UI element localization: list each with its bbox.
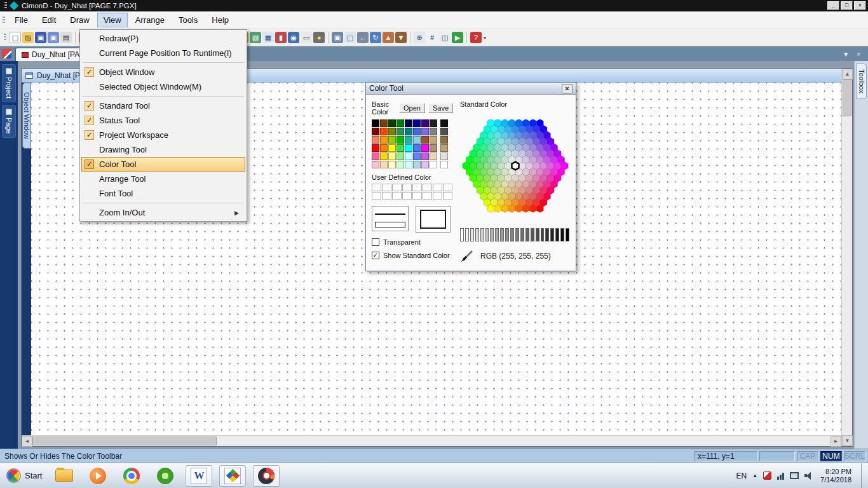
basic-color-swatch[interactable] xyxy=(380,119,388,127)
horizontal-scroll-track[interactable] xyxy=(217,436,831,446)
help-icon[interactable]: ? xyxy=(470,32,482,43)
color-tool-close-button[interactable]: × xyxy=(562,84,573,93)
basic-color-swatch[interactable] xyxy=(430,152,437,160)
open-page-icon[interactable]: ▨ xyxy=(22,32,34,43)
minimize-button[interactable]: _ xyxy=(827,1,839,10)
basic-color-swatch[interactable] xyxy=(388,128,396,135)
user-color-swatch[interactable] xyxy=(412,184,422,191)
view-menu-item-standard-tool[interactable]: ✓Standard Tool xyxy=(81,98,245,113)
view-menu-item-project-workspace[interactable]: ✓Project Workspace xyxy=(81,128,245,142)
basic-color-swatch[interactable] xyxy=(388,136,396,144)
restore-button[interactable]: □ xyxy=(841,1,853,10)
menu-view[interactable]: View xyxy=(97,13,128,27)
horizontal-scrollbar[interactable]: ◄ ► xyxy=(22,435,841,446)
gauge-icon[interactable]: ◉ xyxy=(288,32,299,43)
basic-color-swatch[interactable] xyxy=(397,144,404,152)
scroll-left-icon[interactable]: ◄ xyxy=(22,436,32,447)
network-icon[interactable] xyxy=(777,472,784,480)
basic-color-swatch[interactable] xyxy=(430,136,437,144)
vertical-scroll-thumb[interactable] xyxy=(843,79,851,116)
view-menu-item-object-window[interactable]: ✓Object Window xyxy=(81,65,245,79)
view-menu-item-redraw-p[interactable]: Redraw(P) xyxy=(81,31,245,46)
taskbar-dark-browser[interactable] xyxy=(253,465,280,487)
user-color-swatch[interactable] xyxy=(372,184,381,191)
basic-color-swatch[interactable] xyxy=(405,144,412,152)
basic-color-swatch[interactable] xyxy=(372,144,379,152)
basic-color-swatch[interactable] xyxy=(421,136,429,144)
user-color-swatch[interactable] xyxy=(443,192,452,200)
order-back-icon[interactable]: ▼ xyxy=(395,32,407,43)
menu-help[interactable]: Help xyxy=(205,13,235,27)
user-color-swatch[interactable] xyxy=(392,184,402,191)
basic-color-swatch[interactable] xyxy=(421,161,429,168)
basic-color-swatch[interactable] xyxy=(430,119,437,127)
image-icon[interactable]: ▧ xyxy=(250,32,261,43)
view-menu-item-drawing-tool[interactable]: Drawing Tool xyxy=(81,142,245,157)
taskbar-green-app[interactable] xyxy=(152,465,179,487)
sidebar-tab-project[interactable]: Project xyxy=(2,64,16,102)
view-menu-item-color-tool[interactable]: ✓Color Tool xyxy=(81,157,245,172)
user-color-swatch[interactable] xyxy=(433,192,442,200)
basic-color-swatch[interactable] xyxy=(413,161,421,168)
basic-color-swatch[interactable] xyxy=(380,128,388,135)
basic-color-swatch[interactable] xyxy=(413,128,421,135)
display-icon[interactable] xyxy=(790,472,799,479)
zoom-icon[interactable]: ⊕ xyxy=(414,32,425,43)
basic-color-swatch[interactable] xyxy=(413,144,421,152)
taskbar-word[interactable]: W xyxy=(186,465,212,487)
volume-icon[interactable] xyxy=(804,471,813,480)
ungroup-icon[interactable]: ▢ xyxy=(344,32,356,43)
close-button[interactable]: × xyxy=(854,1,866,10)
toolbox-tab[interactable]: Toolbox xyxy=(856,64,867,99)
runtime-start-icon[interactable]: ▶ xyxy=(452,32,463,43)
table-icon[interactable]: ▦ xyxy=(262,32,274,43)
view-menu-item-selected-object-window-m[interactable]: Selected Object Window(M) xyxy=(81,79,245,94)
button-object-icon[interactable]: ▭ xyxy=(301,32,312,43)
basic-color-swatch[interactable] xyxy=(397,136,404,144)
view-menu-item-arrange-tool[interactable]: Arrange Tool xyxy=(81,172,245,186)
preview-icon[interactable]: ◫ xyxy=(439,32,451,43)
hidden-icons-icon[interactable]: ▲ xyxy=(752,473,757,478)
group-icon[interactable]: ▣ xyxy=(332,32,343,43)
basic-color-swatch[interactable] xyxy=(397,119,404,127)
user-color-swatch[interactable] xyxy=(443,184,452,191)
view-menu-item-font-tool[interactable]: Font Tool xyxy=(81,186,245,201)
basic-color-swatch[interactable] xyxy=(405,161,412,168)
basic-gray-swatch[interactable] xyxy=(440,144,448,152)
basic-color-swatch[interactable] xyxy=(413,136,421,144)
basic-color-swatch[interactable] xyxy=(430,161,437,168)
user-color-swatch[interactable] xyxy=(433,184,442,191)
lamp-icon[interactable]: ● xyxy=(313,32,325,43)
new-page-icon[interactable]: ▢ xyxy=(10,32,21,43)
basic-color-swatch[interactable] xyxy=(372,152,379,160)
chart-icon[interactable]: ▮ xyxy=(275,32,287,43)
basic-color-swatch[interactable] xyxy=(421,152,429,160)
eyedropper-icon[interactable] xyxy=(460,249,474,263)
basic-color-swatch[interactable] xyxy=(405,119,412,127)
basic-color-swatch[interactable] xyxy=(388,152,396,160)
sidebar-tab-page[interactable]: Page xyxy=(2,105,16,138)
taskbar-chrome[interactable] xyxy=(118,465,145,487)
save-icon[interactable]: ▣ xyxy=(35,32,46,43)
basic-color-swatch[interactable] xyxy=(405,136,412,144)
basic-color-swatch[interactable] xyxy=(413,152,421,160)
taskbar-explorer[interactable] xyxy=(51,465,78,487)
menu-file[interactable]: File xyxy=(8,13,34,27)
basic-color-swatch[interactable] xyxy=(421,144,429,152)
basic-gray-swatch[interactable] xyxy=(440,152,448,160)
basic-gray-swatch[interactable] xyxy=(440,128,448,135)
basic-color-swatch[interactable] xyxy=(397,161,404,168)
basic-color-swatch[interactable] xyxy=(430,144,437,152)
user-color-swatch[interactable] xyxy=(382,192,391,200)
tab-list-dropdown-icon[interactable]: ▼ xyxy=(843,51,849,58)
basic-color-swatch[interactable] xyxy=(372,119,379,127)
user-color-swatch[interactable] xyxy=(423,192,432,200)
notification-icon[interactable] xyxy=(763,471,771,480)
document-tab[interactable]: Duy_Nhat [PA xyxy=(15,48,86,61)
align-icon[interactable]: ← xyxy=(357,32,369,43)
scroll-right-icon[interactable]: ► xyxy=(831,436,841,447)
basic-color-swatch[interactable] xyxy=(380,136,388,144)
user-color-swatch[interactable] xyxy=(382,184,391,191)
view-menu-item-current-page-position-to-runtime-i[interactable]: Current Page Position To Runtime(I) xyxy=(81,46,245,60)
basic-color-swatch[interactable] xyxy=(421,128,429,135)
